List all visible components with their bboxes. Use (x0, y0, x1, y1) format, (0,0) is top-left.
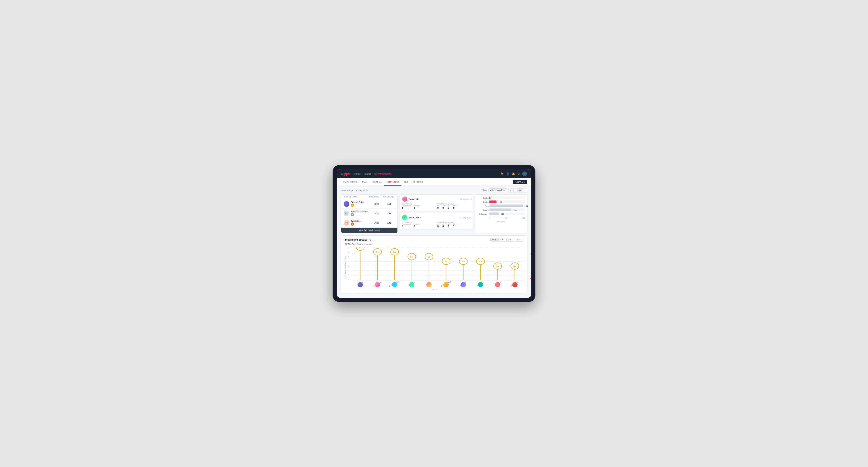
tablet-screen: clippd Home Teams My Performance 🔍 👤 🔔 ⚙… (337, 169, 531, 298)
table-view-icon[interactable]: ▦ (518, 188, 522, 192)
filter-icon[interactable]: ↕ (523, 188, 527, 192)
lb-score-2: 18/20 (369, 212, 383, 215)
player-card-josh: JC Josh Coles 26 Aug 2023 Total Rounds T… (400, 213, 473, 230)
lb-header-player: PLAYER NAME (344, 196, 369, 198)
total-rounds-label: Total Rounds (402, 203, 435, 205)
players-panel: RB Rees Britt 02 Sep 2023 Total Rounds T… (400, 194, 473, 233)
avatar-ebert (358, 282, 363, 287)
arg-button[interactable]: ARG (506, 238, 514, 242)
lb-score-3: 17/20 (369, 222, 383, 224)
player-name-3: Cameron... (351, 220, 361, 222)
table-row: EC Edward Crossman 2 18/20 107 (341, 209, 398, 218)
lb-player-2: EC Edward Crossman 2 (344, 210, 369, 216)
lb-avg-2: 107 (383, 212, 395, 215)
svg-text:6x: 6x (376, 251, 379, 253)
avatar[interactable]: 👤 (522, 172, 527, 176)
avatar-rees: RB (402, 196, 407, 201)
streak-chart-container: Best Streak, Fairway Accuracy 7 6 5 4 3 … (345, 247, 523, 287)
bar-bogeys: Bogeys 311 (477, 209, 525, 211)
lb-score-1: 19/20 (369, 203, 383, 205)
chart-panel: Eagles 3 Birdies 96 (475, 194, 527, 233)
lb-avg-3: 103 (383, 222, 395, 224)
leaderboard-panel: PLAYER NAME PB SCORE PB AVG SQ RB Richar… (341, 194, 398, 233)
practice-activities-label: Total Practice Activities (437, 203, 470, 205)
rank-badge-1: 1 (351, 204, 354, 207)
app-button[interactable]: APP (498, 238, 506, 242)
subnav-hcaps[interactable]: Hcaps 1-5 (369, 178, 384, 186)
nav-my-performance[interactable]: My Performance (374, 173, 392, 175)
lb-avg-1: 110 (383, 203, 395, 205)
svg-text:3x: 3x (496, 265, 499, 268)
subnav-tour[interactable]: Tour (401, 178, 410, 186)
subnav-pga[interactable]: PGA (360, 178, 369, 186)
streaks-controls: OTT APP ARG PUTT (490, 238, 523, 242)
nav-right: 🔍 👤 🔔 ⚙ 👤 (500, 172, 527, 176)
player-card-name-rees: Rees Britt (409, 198, 420, 200)
view-full-leaderboard-button[interactable]: View Full Leaderboard (341, 228, 398, 233)
practice-label: Practice (414, 205, 420, 207)
bar-value-eagles: 3 (490, 197, 491, 199)
player-name-1: Richard Butler (351, 201, 364, 203)
player-name-2: Edward Crossman (351, 210, 368, 213)
edit-icon[interactable]: ✎ (366, 189, 368, 191)
svg-text:7x: 7x (359, 247, 362, 249)
lb-header-avg: PB AVG SQ (383, 196, 395, 198)
chart-axis-label: Total Shots (477, 221, 525, 223)
search-icon[interactable]: 🔍 (500, 173, 504, 176)
subnav: PGAT Players PGA Hcaps 1-5 Team Clippd T… (337, 178, 531, 186)
streak-arrow-icon (368, 239, 375, 241)
avatar-josh: JC (402, 215, 407, 220)
avatar-jcoles (409, 282, 414, 287)
content-grid: PLAYER NAME PB SCORE PB AVG SQ RB Richar… (341, 194, 527, 233)
avatar-mmiller (478, 282, 483, 287)
chevron-down-icon: ▾ (504, 189, 505, 191)
ott-button[interactable]: OTT (490, 238, 498, 242)
nav-teams[interactable]: Teams (364, 173, 371, 175)
svg-text:6x: 6x (393, 251, 396, 253)
add-team-button[interactable]: Add Team (513, 180, 527, 184)
bell-icon[interactable]: 🔔 (512, 173, 515, 176)
user-icon[interactable]: 👤 (506, 173, 509, 176)
avatar-ecrossman (443, 282, 448, 287)
player-card-date-rees: 02 Sep 2023 (460, 198, 470, 200)
table-row: CM Cameron... 3 ♦ 17/20 103 (341, 218, 398, 228)
bar-label-pars: Pars (477, 205, 489, 207)
main-content: Team Clippd 14 Players ✎ Show Last 3 mon… (337, 186, 531, 298)
avatar-billingham (392, 282, 397, 287)
svg-text:4x: 4x (462, 260, 465, 263)
putt-button[interactable]: PUTT (515, 238, 523, 242)
avatar-mcherg (375, 282, 380, 287)
svg-text:5x: 5x (428, 256, 431, 258)
rank-badge-3: 3 (351, 222, 354, 226)
streak-columns: 7x E. Ebert 6x B. McHerg (352, 247, 523, 287)
player-card-name-josh: Josh Coles (409, 216, 421, 219)
rank-badge-2: 2 (351, 213, 354, 216)
avatar-cquick (512, 282, 518, 287)
bar-birdies: Birdies 96 (477, 200, 525, 203)
avatar-edward: EC (344, 211, 349, 216)
streaks-wrapper: Best Round Streaks OTT APP ARG PUTT (341, 236, 527, 293)
player-count: 14 Players (354, 189, 365, 192)
bar-value-birdies: 96 (500, 201, 502, 203)
streaks-header: Best Round Streaks OTT APP ARG PUTT (345, 238, 523, 242)
avatar-rbritt (427, 282, 432, 287)
x-label-400: 400 (522, 217, 525, 219)
bar-label-dbogeys: D. Bogeys + (477, 213, 489, 215)
team-title: Team Clippd 14 Players ✎ (341, 189, 368, 192)
player-avatars (352, 282, 523, 287)
lb-header-score: PB SCORE (369, 196, 383, 198)
grid-view-icon[interactable]: ⊞ (508, 188, 513, 192)
streak-subtitle: Off The Tee, Fairway Accuracy (345, 243, 523, 245)
lb-player-1: RB Richard Butler 1 ♥ (344, 201, 369, 207)
show-label: Show (482, 189, 487, 191)
list-view-icon[interactable]: ☰ (513, 188, 518, 192)
time-filter-select[interactable]: Last 3 months ▾ (489, 188, 507, 192)
player-card-date-josh: 26 Aug 2023 (460, 217, 470, 219)
settings-icon[interactable]: ⚙ (518, 173, 520, 176)
avatar-rbutler (495, 282, 500, 287)
subnav-pgat[interactable]: PGAT Players (341, 178, 360, 186)
subnav-team-clippd[interactable]: Team Clippd (384, 178, 401, 186)
nav-home[interactable]: Home (354, 173, 361, 175)
subnav-all-players[interactable]: All Players (410, 178, 426, 186)
tournament-rounds-rees: 8 (402, 207, 411, 209)
